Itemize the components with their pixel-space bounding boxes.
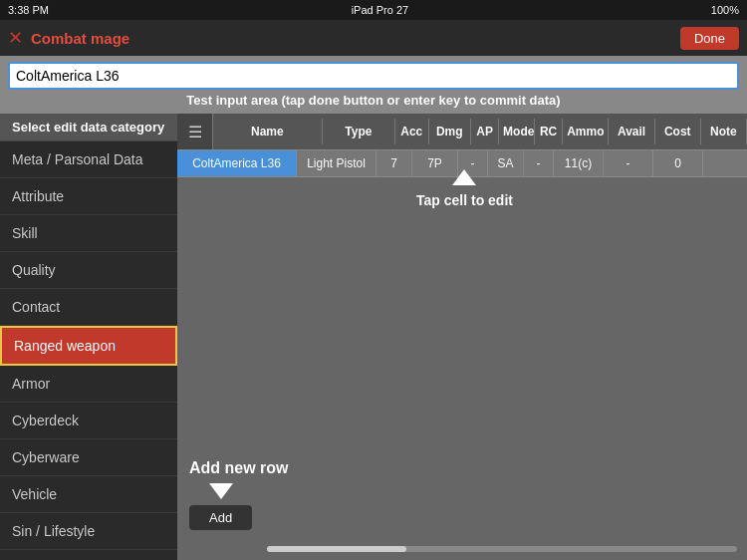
sidebar-item-vehicle[interactable]: Vehicle bbox=[0, 476, 177, 513]
status-battery: 100% bbox=[711, 4, 739, 16]
sidebar-item-ranged-weapon[interactable]: Ranged weapon bbox=[0, 326, 177, 366]
col-header-dmg: Dmg bbox=[429, 119, 472, 144]
col-header-mode: Mode bbox=[499, 119, 535, 144]
add-button[interactable]: Add bbox=[189, 505, 252, 530]
sidebar-item-cyberware[interactable]: Cyberware bbox=[0, 439, 177, 476]
cell-ammo[interactable]: 11(c) bbox=[554, 150, 604, 176]
done-button[interactable]: Done bbox=[680, 27, 739, 50]
sidebar-item-contact[interactable]: Contact bbox=[0, 289, 177, 326]
add-row-area: Add new row Add bbox=[177, 459, 747, 530]
arrow-down-icon bbox=[209, 483, 233, 499]
sidebar-item-meta[interactable]: Meta / Parsonal Data bbox=[0, 141, 177, 178]
app-title: Combat mage bbox=[31, 30, 672, 47]
menu-icon[interactable]: ☰ bbox=[177, 114, 213, 149]
close-icon[interactable]: ✕ bbox=[8, 27, 23, 49]
weapon-name-input[interactable] bbox=[8, 62, 739, 90]
sidebar-item-skill[interactable]: Skill bbox=[0, 215, 177, 252]
sidebar-item-armor[interactable]: Armor bbox=[0, 366, 177, 403]
test-input-label: Test input area (tap done button or ente… bbox=[8, 90, 739, 110]
title-bar: ✕ Combat mage Done bbox=[0, 20, 747, 56]
scrollbar-thumb[interactable] bbox=[267, 546, 406, 552]
input-area: Test input area (tap done button or ente… bbox=[0, 56, 747, 114]
status-device: iPad Pro 27 bbox=[352, 4, 408, 16]
col-header-name: Name bbox=[213, 119, 323, 144]
sidebar-item-gadgets[interactable]: Gadgets bbox=[0, 550, 177, 560]
add-row-label: Add new row bbox=[189, 459, 289, 477]
col-header-ammo: Ammo bbox=[563, 119, 609, 144]
arrow-up-icon bbox=[452, 169, 476, 185]
col-header-type: Type bbox=[323, 119, 395, 144]
col-header-rc: RC bbox=[535, 119, 563, 144]
cell-type[interactable]: Light Pistol bbox=[297, 150, 376, 176]
status-time: 3:38 PM bbox=[8, 4, 49, 16]
scrollbar[interactable] bbox=[267, 546, 737, 552]
col-header-cost: Cost bbox=[655, 119, 701, 144]
cell-name[interactable]: ColtAmerica L36 bbox=[177, 150, 297, 176]
cell-avail[interactable]: - bbox=[604, 150, 653, 176]
status-bar: 3:38 PM iPad Pro 27 100% bbox=[0, 0, 747, 20]
cell-rc[interactable]: - bbox=[524, 150, 554, 176]
sidebar-section-label: Select edit data category bbox=[0, 114, 177, 141]
sidebar: Select edit data category Meta / Parsona… bbox=[0, 114, 177, 560]
col-header-acc: Acc bbox=[395, 119, 428, 144]
sidebar-item-cyberdeck[interactable]: Cyberdeck bbox=[0, 403, 177, 439]
tap-cell-label: Tap cell to edit bbox=[416, 192, 513, 208]
col-header-avail: Avail bbox=[609, 119, 654, 144]
cell-cost[interactable]: 0 bbox=[653, 150, 703, 176]
content-area: ☰ Name Type Acc Dmg AP Mode RC Ammo Avai… bbox=[177, 114, 747, 560]
main-layout: Select edit data category Meta / Parsona… bbox=[0, 114, 747, 560]
col-header-note: Note bbox=[701, 119, 747, 144]
sidebar-item-quality[interactable]: Quality bbox=[0, 252, 177, 289]
sidebar-item-sin-lifestyle[interactable]: Sin / Lifestyle bbox=[0, 513, 177, 550]
cell-acc[interactable]: 7 bbox=[376, 150, 412, 176]
sidebar-item-attribute[interactable]: Attribute bbox=[0, 178, 177, 215]
col-header-ap: AP bbox=[471, 119, 499, 144]
tap-cell-annotation: Tap cell to edit bbox=[416, 169, 513, 208]
table-headers: ☰ Name Type Acc Dmg AP Mode RC Ammo Avai… bbox=[177, 114, 747, 150]
